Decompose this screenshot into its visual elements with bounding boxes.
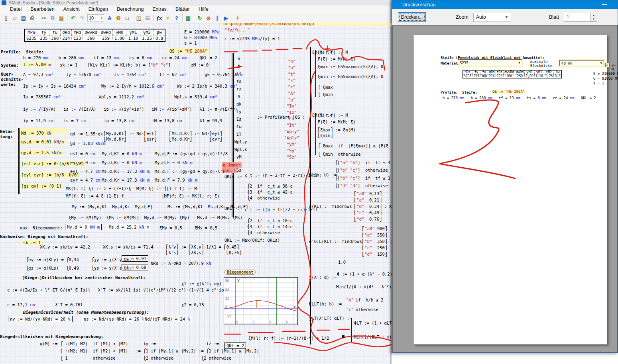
formula-region[interactable]: "A" xyxy=(288,91,295,96)
formula-region[interactable]: χ(λ'; α) := xyxy=(309,275,337,280)
thickness-select[interactable]: 40 mm ▼ xyxy=(559,60,604,66)
formula-region[interactable]: q immer xyxy=(222,162,242,168)
minimize-button[interactable]: — xyxy=(598,0,610,9)
formula-region[interactable]: h xyxy=(238,56,240,61)
filter-icon[interactable]: ▼ xyxy=(163,14,172,22)
sheet-number-stepper[interactable]: 1 ▲ ▼ xyxy=(564,13,597,22)
formula-region[interactable]: My := [My,d,Kl My,d,Kr My,d,F] Ms := [Ms… xyxy=(72,204,248,209)
formula-region[interactable]: ηs := Nd/(χs·NRd) = 26 % xyxy=(82,316,146,322)
formula-region[interactable]: Iω xyxy=(236,124,242,129)
formula-region[interactable]: Quer- xyxy=(1,72,14,76)
recalculate-icon[interactable]: ↻ xyxy=(195,14,204,22)
formula-region[interactable]: G = 81000 MPa xyxy=(184,35,217,40)
formula-region[interactable]: werte: xyxy=(1,82,16,87)
formula-region[interactable]: eyl = 4,7 cm xyxy=(70,169,100,174)
formula-region[interactable]: h = 270 mm b = 280 mm tf = 13 mm ts = 8 … xyxy=(23,55,217,60)
menu-ansicht[interactable]: Ansicht xyxy=(60,6,83,12)
font-size-select[interactable]: 10▾ xyxy=(87,14,104,22)
formula-region[interactable]: pos.! xyxy=(222,168,237,173)
formula-region[interactable]: My,d = 0 kN m xyxy=(65,224,102,230)
formula-region[interactable]: ⎩["d" "d"] otherwise xyxy=(335,183,388,188)
zoom-select[interactable]: Auto ▼ xyxy=(473,13,511,22)
formula-region[interactable]: ⎣ξmin⎦ xyxy=(318,133,333,138)
snippets-icon[interactable]: ▦ xyxy=(184,14,193,22)
formula-region[interactable]: c = 17,1 cm λ'T = 0,761 xyxy=(7,302,83,307)
formula-region[interactable]: Ms,d,Kr = 17,3 kN m Ms,d,F = 7,9 kN m xyxy=(102,178,197,182)
align-vertical-icon[interactable]: ⊟ xyxy=(143,14,152,22)
formula-region[interactable]: Is xyxy=(236,117,242,121)
formula-region[interactable]: sk := 1 xyxy=(22,240,42,245)
formula-region[interactable]: ⎩4 otherwise xyxy=(247,230,280,235)
formula-region[interactable]: Min(1/(ΦLT + √(ΦLT² − xyxy=(354,335,392,339)
formula-region[interactable]: ⎩["b" "c"] otherwise xyxy=(335,168,388,172)
drag-handle-dot[interactable] xyxy=(342,335,344,338)
formula-region[interactable]: Φ := (1 + α·(λ' − 0,2) + ) / 2 xyxy=(337,272,392,276)
formula-region[interactable]: My,d,Kl = 0 kN m My,d,F := (gs·gd + qs,d… xyxy=(102,151,228,156)
formula-region[interactable]: [l r f] := M xyxy=(318,113,348,117)
formula-region[interactable]: l := 5,00 m xyxy=(22,62,52,67)
formula-region[interactable]: "c" xyxy=(346,307,354,312)
formula-region[interactable]: "fy/fu..." xyxy=(224,27,250,32)
formula-region[interactable]: yM xyxy=(236,155,242,159)
formula-region[interactable]: A xyxy=(238,94,240,99)
formula-region[interactable]: schnitts- xyxy=(1,77,24,82)
formula-region[interactable]: System: xyxy=(1,63,18,68)
formula-region[interactable]: ξmin := GSSmaxmin(F(ξ#); 0 xyxy=(318,74,383,79)
formula-region[interactable]: QKLf := xyxy=(224,206,242,211)
formula-region[interactable]: e'0,L(KL) := findrows xyxy=(309,239,362,244)
formula-region[interactable]: "t" xyxy=(288,72,295,76)
formula-region[interactable]: Nachweise: Biegung mit Normalkraft: xyxy=(0,234,88,239)
formula-region[interactable]: [l r f] := M xyxy=(318,50,348,55)
formula-region[interactable]: ⎩4 otherwise xyxy=(247,196,280,200)
formula-region[interactable]: λK,y := sk/iy = 42,2 λK,s := sk/is = 71,… xyxy=(40,245,239,249)
help-icon[interactable]: ? xyxy=(172,14,181,22)
formula-region[interactable]: MK(l; r; ξ) := 1 + (r−1)·ξ M(M; ξ) := ⎮[… xyxy=(66,186,197,191)
formula-region[interactable]: QKL := Max(QKLf; QKLs) xyxy=(224,238,280,243)
formula-region[interactable]: NRd := A·σRd = 2077,9 kN xyxy=(151,261,211,266)
formula-region[interactable]: ⎩ ξmin otherwise xyxy=(318,152,360,157)
formula-region[interactable]: Nd/(χT·NRd) = 24 % xyxy=(143,316,192,322)
formula-region[interactable]: ts xyxy=(236,79,242,84)
menu-berechnung[interactable]: Berechnung xyxy=(113,6,147,12)
formula-region[interactable]: "h" xyxy=(288,59,295,64)
formula-region[interactable]: := ProfilWert ⎛QS ; xyxy=(257,115,305,119)
formula-region[interactable]: χT = 0,75 xyxy=(181,302,204,307)
formula-region[interactable]: sk := 1 [KLy KLs] := KL(h; b) = ["b" "c"… xyxy=(60,63,209,67)
formula-region[interactable]: ⎧αy := α(KLy) = ⎧0,34 ⎧χy := χ(λ'y; αy) xyxy=(26,257,134,262)
menu-blätter[interactable]: Blätter xyxy=(172,6,193,12)
formula-region[interactable]: ξMy := ξM(My) ξMs := ξM(Ms) My,d := M(My… xyxy=(69,215,242,220)
formula-region[interactable]: ⎩ 1 otherwise ⎩2 otherwise ⎩2 otherwise xyxy=(40,356,231,360)
palette-icon[interactable]: ❂ xyxy=(114,14,123,22)
formula-region[interactable]: ε = 1 xyxy=(184,41,197,45)
formula-region[interactable]: χs = 0,69 xyxy=(122,264,148,270)
formula-region[interactable]: Iy xyxy=(236,109,242,114)
print-button[interactable]: Drucken... xyxy=(398,12,426,22)
formula-region[interactable]: gd := 1,35·gk xyxy=(70,131,103,136)
formula-region[interactable]: Ip := Iy + Is = 18434 cm⁴ Wy := 2·Iy/h =… xyxy=(23,84,237,88)
formula-region[interactable]: "r" xyxy=(288,84,295,89)
formula-region[interactable]: χT := χ(λ'T; αy) xyxy=(181,281,222,286)
formula-region[interactable]: ⎧ ξmax xyxy=(318,85,333,90)
plot-title-tag[interactable]: Biegemoment xyxy=(224,270,256,275)
formula-region[interactable]: c_t := ((b − ts)/2 − rz)·1/tf xyxy=(245,207,318,212)
formula-region[interactable]: χLT(λ'LT; αLT) := xyxy=(309,316,352,321)
formula-region[interactable]: ε := √(235 MPa/fy) = 1 xyxy=(224,36,280,41)
formula-region[interactable]: ξMy = 0,5 ξMs = 0,5 xyxy=(159,225,217,230)
formula-region[interactable]: Ms,d = 25,2 kN m xyxy=(107,224,151,230)
formula-region[interactable]: "g" xyxy=(288,97,295,102)
formula-region[interactable]: ⎢"b" 0,34⎥ ; KL xyxy=(354,204,392,209)
formula-region[interactable]: Wpl,s xyxy=(234,147,247,152)
formula-region[interactable]: QKLs := xyxy=(224,174,242,179)
formula-region[interactable]: tf xyxy=(236,71,242,76)
formula-region[interactable]: Iω = 785367 cm⁶ Wpl,y = 1112,2 cm³ Wpl,s… xyxy=(23,94,217,99)
material-select[interactable]: S235 ▼ xyxy=(458,59,522,66)
formula-region[interactable]: ⎡My,d,Kl⎤ := Nd·⎡esl⎤ ⎡Ms,d,Kl⎤ := Nd·⎡e… xyxy=(104,131,222,136)
formula-region[interactable]: My,d,Kr = 0 kN m My,d,F = 0 kN m xyxy=(102,160,193,165)
font-color-icon[interactable]: A xyxy=(105,14,114,22)
formula-region[interactable]: Ms,d,Kl = 17,3 kN m Ms,d,F := (gy·gd + q… xyxy=(102,169,228,174)
formula-region[interactable]: ψ(M) := ⎧ ÷(M1; M2) if |M1| < |M2| iy :=… xyxy=(40,341,219,346)
undo-icon[interactable]: ↶ xyxy=(69,14,77,22)
copy-icon[interactable]: ⧉ xyxy=(48,14,57,22)
border-icon[interactable]: □ xyxy=(123,14,132,22)
formula-region[interactable]: ⎧2 if c_t ≤ 10·ε xyxy=(247,218,293,223)
